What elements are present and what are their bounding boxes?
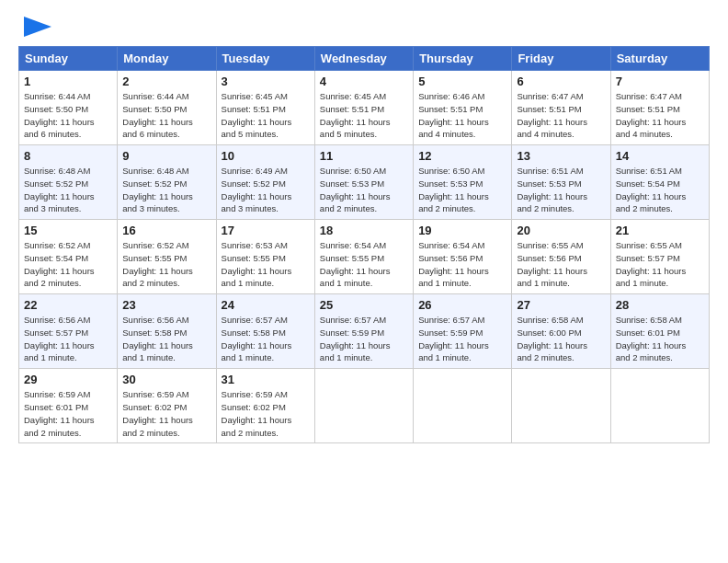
day-info: Sunrise: 6:55 AM Sunset: 5:57 PM Dayligh… [616, 239, 704, 290]
calendar-cell: 9Sunrise: 6:48 AM Sunset: 5:52 PM Daylig… [118, 145, 216, 220]
calendar-cell: 2Sunrise: 6:44 AM Sunset: 5:50 PM Daylig… [118, 71, 216, 145]
day-info: Sunrise: 6:47 AM Sunset: 5:51 PM Dayligh… [517, 90, 605, 141]
weekday-header-tuesday: Tuesday [216, 47, 314, 71]
day-number: 14 [616, 149, 704, 163]
day-info: Sunrise: 6:52 AM Sunset: 5:55 PM Dayligh… [122, 239, 210, 290]
calendar-cell: 5Sunrise: 6:46 AM Sunset: 5:51 PM Daylig… [414, 71, 512, 145]
day-number: 20 [517, 224, 605, 237]
day-number: 4 [320, 75, 408, 88]
day-info: Sunrise: 6:47 AM Sunset: 5:51 PM Dayligh… [616, 90, 704, 141]
calendar-cell: 6Sunrise: 6:47 AM Sunset: 5:51 PM Daylig… [512, 71, 610, 145]
day-info: Sunrise: 6:50 AM Sunset: 5:53 PM Dayligh… [320, 165, 408, 215]
calendar-cell: 12Sunrise: 6:50 AM Sunset: 5:53 PM Dayli… [414, 145, 512, 220]
header [18, 17, 710, 37]
weekday-header-thursday: Thursday [414, 47, 512, 71]
calendar-cell: 13Sunrise: 6:51 AM Sunset: 5:53 PM Dayli… [512, 145, 610, 220]
calendar-week-row: 1Sunrise: 6:44 AM Sunset: 5:50 PM Daylig… [19, 71, 710, 145]
day-number: 22 [24, 298, 112, 312]
day-info: Sunrise: 6:57 AM Sunset: 5:59 PM Dayligh… [320, 314, 408, 364]
day-info: Sunrise: 6:56 AM Sunset: 5:58 PM Dayligh… [122, 314, 210, 364]
calendar-cell: 22Sunrise: 6:56 AM Sunset: 5:57 PM Dayli… [19, 294, 118, 369]
calendar-cell: 14Sunrise: 6:51 AM Sunset: 5:54 PM Dayli… [610, 145, 709, 220]
weekday-header-friday: Friday [512, 47, 610, 71]
calendar-cell: 10Sunrise: 6:49 AM Sunset: 5:52 PM Dayli… [216, 145, 314, 220]
calendar-cell [512, 369, 610, 443]
calendar-week-row: 22Sunrise: 6:56 AM Sunset: 5:57 PM Dayli… [19, 294, 710, 369]
day-info: Sunrise: 6:59 AM Sunset: 6:02 PM Dayligh… [122, 388, 210, 439]
day-number: 17 [222, 224, 310, 237]
day-info: Sunrise: 6:58 AM Sunset: 6:00 PM Dayligh… [517, 314, 605, 364]
day-number: 6 [517, 75, 605, 88]
calendar-cell: 17Sunrise: 6:53 AM Sunset: 5:55 PM Dayli… [216, 220, 314, 294]
calendar-header: SundayMondayTuesdayWednesdayThursdayFrid… [19, 47, 710, 71]
day-info: Sunrise: 6:48 AM Sunset: 5:52 PM Dayligh… [122, 165, 210, 215]
day-number: 25 [320, 298, 408, 312]
calendar-cell: 28Sunrise: 6:58 AM Sunset: 6:01 PM Dayli… [610, 294, 709, 369]
calendar-cell [314, 369, 413, 443]
day-number: 1 [24, 75, 112, 88]
day-number: 11 [320, 149, 408, 163]
day-number: 28 [616, 298, 704, 312]
day-info: Sunrise: 6:49 AM Sunset: 5:52 PM Dayligh… [222, 165, 310, 215]
day-info: Sunrise: 6:45 AM Sunset: 5:51 PM Dayligh… [320, 90, 408, 141]
day-number: 10 [222, 149, 310, 163]
day-number: 5 [418, 75, 506, 88]
calendar-week-row: 8Sunrise: 6:48 AM Sunset: 5:52 PM Daylig… [19, 145, 710, 220]
day-number: 16 [122, 224, 210, 237]
calendar-cell: 4Sunrise: 6:45 AM Sunset: 5:51 PM Daylig… [314, 71, 413, 145]
calendar-table: SundayMondayTuesdayWednesdayThursdayFrid… [18, 46, 710, 443]
calendar-cell: 18Sunrise: 6:54 AM Sunset: 5:55 PM Dayli… [314, 220, 413, 294]
day-number: 13 [517, 149, 605, 163]
day-number: 18 [320, 224, 408, 237]
calendar-cell [610, 369, 709, 443]
day-number: 12 [418, 149, 506, 163]
day-number: 8 [24, 149, 112, 163]
day-number: 24 [222, 298, 310, 312]
calendar-cell: 24Sunrise: 6:57 AM Sunset: 5:58 PM Dayli… [216, 294, 314, 369]
day-number: 27 [517, 298, 605, 312]
calendar-cell: 8Sunrise: 6:48 AM Sunset: 5:52 PM Daylig… [19, 145, 118, 220]
calendar-cell: 30Sunrise: 6:59 AM Sunset: 6:02 PM Dayli… [118, 369, 216, 443]
day-info: Sunrise: 6:57 AM Sunset: 5:58 PM Dayligh… [222, 314, 310, 364]
day-number: 29 [24, 373, 112, 386]
day-number: 19 [418, 224, 506, 237]
calendar-cell: 25Sunrise: 6:57 AM Sunset: 5:59 PM Dayli… [314, 294, 413, 369]
day-number: 2 [122, 75, 210, 88]
day-info: Sunrise: 6:50 AM Sunset: 5:53 PM Dayligh… [418, 165, 506, 215]
day-info: Sunrise: 6:58 AM Sunset: 6:01 PM Dayligh… [616, 314, 704, 364]
calendar-cell: 11Sunrise: 6:50 AM Sunset: 5:53 PM Dayli… [314, 145, 413, 220]
day-number: 31 [222, 373, 310, 386]
calendar-cell: 3Sunrise: 6:45 AM Sunset: 5:51 PM Daylig… [216, 71, 314, 145]
day-info: Sunrise: 6:52 AM Sunset: 5:54 PM Dayligh… [24, 239, 112, 290]
calendar-cell: 1Sunrise: 6:44 AM Sunset: 5:50 PM Daylig… [19, 71, 118, 145]
calendar-cell [414, 369, 512, 443]
day-number: 23 [122, 298, 210, 312]
calendar-week-row: 15Sunrise: 6:52 AM Sunset: 5:54 PM Dayli… [19, 220, 710, 294]
day-info: Sunrise: 6:45 AM Sunset: 5:51 PM Dayligh… [222, 90, 310, 141]
day-info: Sunrise: 6:59 AM Sunset: 6:01 PM Dayligh… [24, 388, 112, 439]
logo [18, 17, 51, 37]
calendar-week-row: 29Sunrise: 6:59 AM Sunset: 6:01 PM Dayli… [19, 369, 710, 443]
day-number: 21 [616, 224, 704, 237]
day-number: 7 [616, 75, 704, 88]
day-info: Sunrise: 6:51 AM Sunset: 5:53 PM Dayligh… [517, 165, 605, 215]
calendar-cell: 27Sunrise: 6:58 AM Sunset: 6:00 PM Dayli… [512, 294, 610, 369]
day-info: Sunrise: 6:53 AM Sunset: 5:55 PM Dayligh… [222, 239, 310, 290]
day-number: 9 [122, 149, 210, 163]
calendar-cell: 29Sunrise: 6:59 AM Sunset: 6:01 PM Dayli… [19, 369, 118, 443]
calendar-cell: 31Sunrise: 6:59 AM Sunset: 6:02 PM Dayli… [216, 369, 314, 443]
day-info: Sunrise: 6:51 AM Sunset: 5:54 PM Dayligh… [616, 165, 704, 215]
day-info: Sunrise: 6:55 AM Sunset: 5:56 PM Dayligh… [517, 239, 605, 290]
day-info: Sunrise: 6:48 AM Sunset: 5:52 PM Dayligh… [24, 165, 112, 215]
calendar-cell: 15Sunrise: 6:52 AM Sunset: 5:54 PM Dayli… [19, 220, 118, 294]
day-info: Sunrise: 6:44 AM Sunset: 5:50 PM Dayligh… [122, 90, 210, 141]
calendar-cell: 21Sunrise: 6:55 AM Sunset: 5:57 PM Dayli… [610, 220, 709, 294]
day-info: Sunrise: 6:56 AM Sunset: 5:57 PM Dayligh… [24, 314, 112, 364]
day-number: 15 [24, 224, 112, 237]
day-number: 3 [222, 75, 310, 88]
day-info: Sunrise: 6:46 AM Sunset: 5:51 PM Dayligh… [418, 90, 506, 141]
weekday-header-wednesday: Wednesday [314, 47, 413, 71]
weekday-header-sunday: Sunday [19, 47, 118, 71]
day-number: 30 [122, 373, 210, 386]
day-info: Sunrise: 6:54 AM Sunset: 5:56 PM Dayligh… [418, 239, 506, 290]
